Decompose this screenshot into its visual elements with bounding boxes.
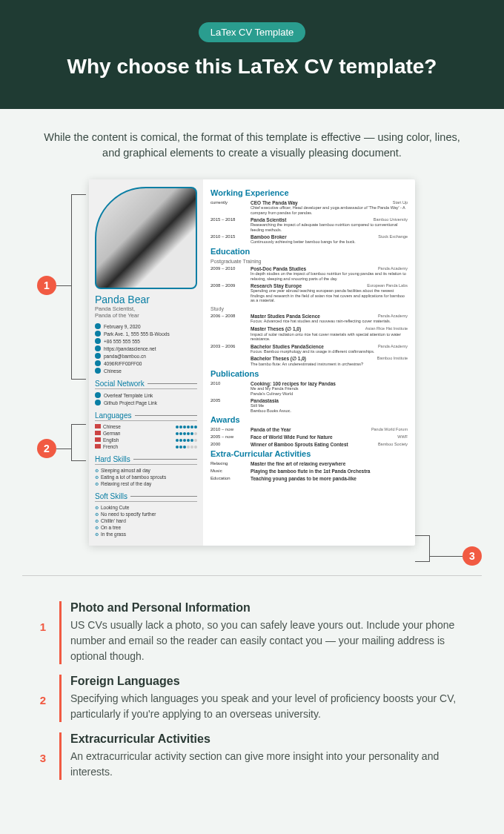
explanations: 1Photo and Personal InformationUS CVs us… xyxy=(0,576,504,813)
cv-name: Panda Bear xyxy=(95,294,197,305)
explanation-number: 1 xyxy=(37,620,49,633)
language-row: German xyxy=(95,431,197,436)
link-icon xyxy=(95,392,101,398)
languages-heading: Languages xyxy=(95,411,197,421)
cv-entry: 2010Cooking: 100 recipes for lazy Pandas… xyxy=(210,381,408,396)
contact-item: panda@bamboo.cn xyxy=(95,353,197,359)
proficiency-dots xyxy=(176,439,197,442)
proficiency-dots xyxy=(176,432,197,435)
contact-item: https://pandascience.net xyxy=(95,345,197,351)
work-heading: Working Experience xyxy=(210,188,408,197)
cv-entry: 2008 – 2009Research Stay EuropeEuropean … xyxy=(210,283,408,303)
intro-text: While the content is comical, the format… xyxy=(0,109,504,180)
explanation-row: 2Foreign LanguagesSpecifying which langu… xyxy=(37,675,467,722)
explanation-row: 3Extracurricular ActivitiesAn extracurri… xyxy=(37,732,467,780)
language-row: English xyxy=(95,437,197,443)
cv-sidebar: Panda Bear Panda Scientist, Panda of the… xyxy=(89,179,203,546)
awards-heading: Awards xyxy=(210,415,408,424)
explanation-row: 1Photo and Personal InformationUS CVs us… xyxy=(37,601,467,664)
soft-skills-heading: Soft Skills xyxy=(95,492,197,502)
contact-icon xyxy=(95,353,101,359)
explanation-text: US CVs usually lack a photo, so you can … xyxy=(70,618,467,664)
explanation-text: An extracurricular activity section can … xyxy=(70,749,467,780)
explanation-title: Foreign Languages xyxy=(70,675,467,688)
line-1 xyxy=(56,285,71,286)
flag-icon xyxy=(95,437,101,442)
skill-item: Relaxing rest of the day xyxy=(95,481,197,486)
bracket-1 xyxy=(71,194,86,380)
cv-subtitle: Panda Scientist, Panda of the Year xyxy=(95,305,197,319)
cv-entry: 2000Winner of Bamboo Sprouts Eating Cont… xyxy=(210,442,408,447)
skill-item: Eating a lot of bamboo sprouts xyxy=(95,474,197,480)
explanation-number: 2 xyxy=(37,694,49,706)
contact-item: February 9, 2020 xyxy=(95,323,197,329)
explanation-title: Extracurricular Activities xyxy=(70,732,467,746)
contact-item: Park Ave. 1, 555 555 B-Woods xyxy=(95,331,197,337)
cv-entry: EducationTeaching young pandas to be mor… xyxy=(210,476,408,481)
language-row: French xyxy=(95,444,197,449)
skill-item: Chillin' hard xyxy=(95,518,197,523)
cv-entry: 2010 – nowPanda of the YearPanda World F… xyxy=(210,427,408,432)
contact-icon xyxy=(95,338,101,344)
flag-icon xyxy=(95,424,101,428)
bracket-3 xyxy=(415,535,430,562)
category-badge: LaTex CV Template xyxy=(199,22,306,42)
cv-main: Working Experience currentlyCEO The Pand… xyxy=(203,179,415,546)
link-icon xyxy=(95,400,101,406)
cv-entry: 2010 – 2015Bamboo BrokerStock ExchangeCo… xyxy=(210,234,408,245)
cv-entry: 2009 – 2010Post-Doc Panda StudiesPanda A… xyxy=(210,266,408,281)
cv-entry: Bachelor Theses (∅ 1,0)Bamboo InstituteT… xyxy=(210,356,408,367)
explanation-title: Photo and Personal Information xyxy=(70,601,467,615)
education-heading: Education xyxy=(210,247,408,256)
skill-item: No need to specify further xyxy=(95,512,197,517)
cv-entry: MusicPlaying the bamboo flute in the 1st… xyxy=(210,469,408,474)
social-link: Github Project Page Link xyxy=(95,400,197,406)
profile-photo xyxy=(95,187,197,289)
cv-entry: 2005 – nowFace of World Wide Fund for Na… xyxy=(210,434,408,440)
contact-icon xyxy=(95,360,101,366)
callout-2: 2 xyxy=(37,439,56,458)
skill-item: Sleeping almost all day xyxy=(95,468,197,473)
contact-item: 4096R/FF00FF00 xyxy=(95,360,197,366)
contact-icon xyxy=(95,368,101,374)
line-3 xyxy=(430,556,462,557)
explanation-text: Specifying which languages you speak and… xyxy=(70,691,467,722)
proficiency-dots xyxy=(176,446,197,449)
cv-entry: 2003 – 2006Bachelor Studies PandaScience… xyxy=(210,344,408,354)
header: LaTex CV Template Why choose this LaTeX … xyxy=(0,0,504,109)
study-label: Study xyxy=(210,306,408,311)
cv-entry: RelaxingMaster the fine art of relaxing … xyxy=(210,461,408,466)
skill-item: Looking Cute xyxy=(95,505,197,510)
flag-icon xyxy=(95,431,101,435)
extra-heading: Extra-Curricular Activities xyxy=(210,449,408,458)
publications-heading: Publications xyxy=(210,369,408,378)
contact-icon xyxy=(95,331,101,337)
proficiency-dots xyxy=(176,426,197,428)
social-heading: Social Network xyxy=(95,380,197,389)
cv-entry: currentlyCEO The Panda WayStart UpChief … xyxy=(210,200,408,215)
contact-item: Chinese xyxy=(95,368,197,374)
postgrad-label: Postgraduate Training xyxy=(210,259,408,264)
contact-icon xyxy=(95,345,101,351)
cv-entry: 2015 – 2018Panda ScientistBamboo Univers… xyxy=(210,217,408,232)
skill-item: In the grass xyxy=(95,532,197,537)
contact-item: +86 555 555 555 xyxy=(95,338,197,344)
line-2 xyxy=(56,449,71,449)
cv-stage: 1 2 3 Panda Bear Panda Scientist, Panda … xyxy=(0,179,504,568)
skill-item: On a tree xyxy=(95,525,197,530)
callout-3: 3 xyxy=(462,546,482,566)
cv-entry: 2006 – 2008Master Studies Panda ScienceP… xyxy=(210,314,408,324)
callout-1: 1 xyxy=(37,276,56,295)
social-link: Overleaf Template Link xyxy=(95,392,197,398)
cv-document: Panda Bear Panda Scientist, Panda of the… xyxy=(89,179,415,546)
flag-icon xyxy=(95,444,101,449)
bracket-2 xyxy=(71,424,86,461)
page-title: Why choose this LaTeX CV template? xyxy=(15,54,489,79)
cv-entry: 2005PandastasiaStill Me Bamboo Books Ass… xyxy=(210,398,408,413)
explanation-number: 3 xyxy=(37,752,49,764)
cv-entry: Master Theses (∅ 1,0)Asian Rice Hat Inst… xyxy=(210,326,408,342)
language-row: Chinese xyxy=(95,424,197,429)
contact-icon xyxy=(95,323,101,329)
hard-skills-heading: Hard Skills xyxy=(95,455,197,465)
